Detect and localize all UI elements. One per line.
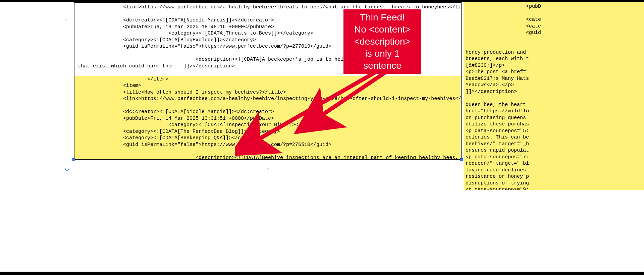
callout-line: <description>	[343, 36, 421, 48]
selection-handle-bottom-left[interactable]	[72, 158, 75, 161]
rotation-handle[interactable]	[65, 167, 69, 172]
code-highlight-region: </item> <item> <title>How often should I…	[74, 76, 461, 160]
callout-line: sentence	[343, 60, 421, 72]
xml-code-highlight: </item> <item> <title>How often should I…	[78, 76, 458, 160]
thin-feed-callout[interactable]: Thin Feed! No <content> <description> is…	[343, 9, 421, 74]
xml-code-right: <pubD <cate <cate <guid honey production…	[466, 3, 642, 190]
editor-canvas: <link>https://www.perfectbee.com/a-healt…	[0, 0, 644, 275]
alignment-dot	[65, 19, 67, 20]
callout-line: No <content>	[343, 23, 421, 36]
alignment-dot	[267, 168, 269, 169]
selection-handle-bottom-right[interactable]	[460, 158, 463, 161]
callout-line: is only 1	[343, 48, 421, 60]
callout-line: Thin Feed!	[343, 11, 421, 23]
rich-feed-code-panel[interactable]: <pubD <cate <cate <guid honey production…	[464, 2, 644, 190]
